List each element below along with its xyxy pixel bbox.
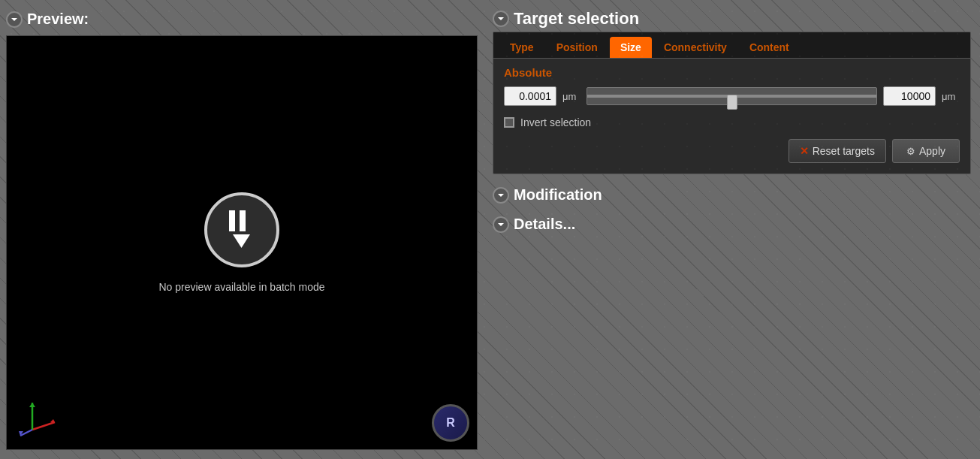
modification-section[interactable]: Modification xyxy=(493,186,971,204)
slider-thumb[interactable] xyxy=(727,95,737,110)
tabs-row: Type Position Size Connectivity Content xyxy=(493,32,970,59)
axis-indicator xyxy=(17,394,62,439)
svg-marker-10 xyxy=(498,17,504,20)
apply-button[interactable]: ⚙ Apply xyxy=(892,139,960,163)
gear-icon: ⚙ xyxy=(906,146,915,157)
absolute-label: Absolute xyxy=(504,66,960,79)
size-content: Absolute μm μm Invert selection xyxy=(493,59,970,174)
target-selection-section: Target selection Type Position Size Conn… xyxy=(493,9,971,174)
details-section[interactable]: Details... xyxy=(493,216,971,233)
min-value-input[interactable] xyxy=(504,86,556,106)
svg-line-4 xyxy=(32,422,55,430)
modification-collapse-button[interactable] xyxy=(493,187,509,204)
tab-content[interactable]: Content xyxy=(739,37,800,58)
preview-panel: Preview: No preview available in batch m… xyxy=(0,0,487,459)
buttons-row: ✕ Reset targets ⚙ Apply xyxy=(504,139,960,163)
target-selection-title: Target selection xyxy=(514,9,639,29)
x-icon: ✕ xyxy=(800,145,809,157)
preview-collapse-button[interactable] xyxy=(6,11,23,28)
preview-viewport: No preview available in batch mode R xyxy=(6,35,478,450)
invert-checkbox[interactable] xyxy=(504,117,514,128)
svg-marker-7 xyxy=(29,403,35,407)
preview-header: Preview: xyxy=(6,9,478,29)
svg-marker-3 xyxy=(233,234,250,248)
modification-title: Modification xyxy=(514,186,602,204)
r-button-label: R xyxy=(446,416,455,430)
details-collapse-button[interactable] xyxy=(493,216,509,233)
invert-row: Invert selection xyxy=(504,116,960,128)
size-slider[interactable] xyxy=(586,87,877,105)
right-panel: Target selection Type Position Size Conn… xyxy=(487,0,980,459)
preview-content: No preview available in batch mode xyxy=(158,192,324,293)
target-selection-box: Type Position Size Connectivity Content … xyxy=(493,32,971,174)
reset-targets-button[interactable]: ✕ Reset targets xyxy=(789,139,886,163)
details-title: Details... xyxy=(514,216,575,233)
svg-rect-1 xyxy=(229,210,235,231)
svg-marker-11 xyxy=(498,194,504,197)
tab-position[interactable]: Position xyxy=(546,37,608,58)
min-unit-label: μm xyxy=(562,91,580,102)
slider-track xyxy=(587,95,876,98)
tab-size[interactable]: Size xyxy=(610,37,652,58)
target-selection-collapse-button[interactable] xyxy=(493,11,509,27)
no-preview-text: No preview available in batch mode xyxy=(158,281,324,293)
max-value-input[interactable] xyxy=(883,86,936,106)
reset-button-label: Reset targets xyxy=(813,145,875,157)
tab-connectivity[interactable]: Connectivity xyxy=(653,37,737,58)
svg-marker-5 xyxy=(50,419,55,422)
preview-sort-icon xyxy=(220,204,264,255)
svg-marker-12 xyxy=(498,223,504,226)
svg-rect-2 xyxy=(240,210,246,231)
preview-icon-circle xyxy=(204,192,279,267)
target-selection-header: Target selection xyxy=(493,9,971,29)
svg-marker-0 xyxy=(11,18,17,21)
preview-title: Preview: xyxy=(27,11,89,28)
max-unit-label: μm xyxy=(942,91,960,102)
tab-type[interactable]: Type xyxy=(499,37,544,58)
r-button[interactable]: R xyxy=(432,404,469,442)
apply-button-label: Apply xyxy=(919,145,945,157)
invert-label: Invert selection xyxy=(520,116,591,128)
size-range-row: μm μm xyxy=(504,86,960,106)
